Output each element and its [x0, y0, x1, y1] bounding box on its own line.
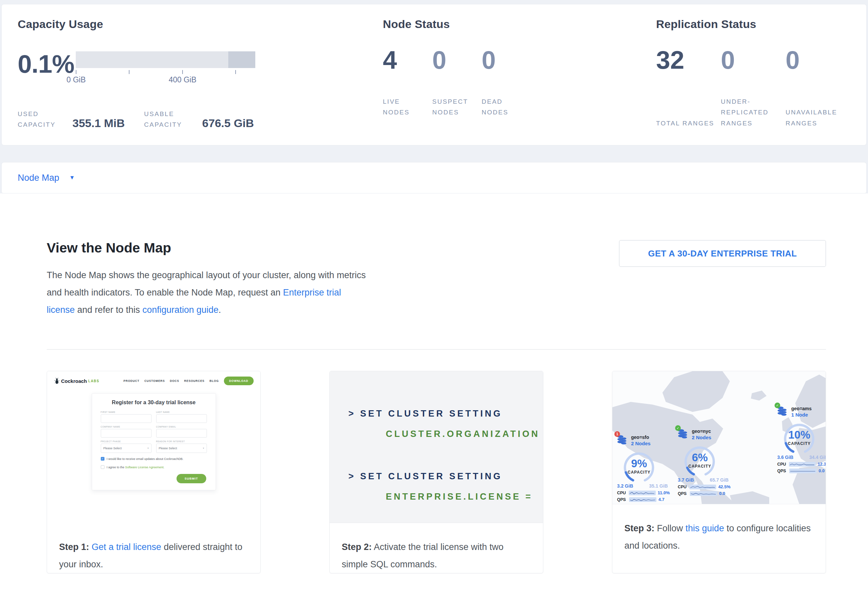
capacity-tick-0: 0 GiB	[66, 75, 86, 84]
suspect-nodes-count: 0	[432, 46, 481, 74]
node-map-dropdown[interactable]: Node Map	[18, 173, 59, 183]
cpu-sparkline	[689, 485, 716, 489]
replication-status-section: Replication Status 32 0 0 TOTAL RANGES U…	[656, 18, 850, 145]
usable-capacity-value: 676.5 GiB	[202, 117, 254, 130]
section-divider	[47, 349, 826, 350]
under-replicated-label: UNDER-REPLICATED RANGES	[721, 96, 781, 129]
cpu-sparkline	[629, 491, 655, 495]
step1-card: Cockroach LABS PRODUCT CUSTOMERS DOCS RE…	[47, 371, 261, 573]
last-name-field	[156, 414, 207, 423]
form-title: Register for a 30-day trial license	[101, 400, 207, 406]
company-email-field	[156, 429, 207, 438]
suspect-nodes-label: SUSPECT NODES	[432, 96, 475, 118]
live-nodes-count: 4	[383, 46, 432, 74]
cockroach-bug-icon	[55, 378, 59, 384]
usable-capacity-label: USABLE CAPACITY	[144, 109, 191, 130]
locality-node-count: 2 Nodes	[631, 441, 650, 446]
intro-paragraph: The Node Map shows the geographical layo…	[47, 266, 367, 318]
locality-node-count: 1 Node	[791, 412, 812, 418]
form-submit-button: SUBMIT	[177, 474, 206, 483]
node-map-preview: 1 geo=sfo 2 Nodes	[613, 371, 826, 504]
site-nav-blog: BLOG	[210, 379, 219, 383]
page-title: View the Node Map	[47, 240, 367, 256]
error-badge: 1	[614, 431, 620, 437]
step2-card: > SET CLUSTER SETTING CLUSTER.ORGANIZATI…	[329, 371, 543, 573]
trial-license-site-thumbnail: Cockroach LABS PRODUCT CUSTOMERS DOCS RE…	[47, 371, 260, 523]
email-updates-checkbox: ✓	[101, 457, 105, 461]
node-status-section: Node Status 4 0 0 LIVE NODES SUSPECT NOD…	[383, 18, 656, 145]
cluster-summary-panel: Capacity Usage 0.1% 0 GiB 400 Gi	[1, 4, 867, 146]
top-summary-area: Capacity Usage 0.1% 0 GiB 400 Gi	[0, 0, 868, 193]
get-trial-license-link[interactable]: Get a trial license	[92, 542, 161, 552]
step3-card: 1 geo=sfo 2 Nodes	[612, 371, 826, 573]
reason-select: Please Select▾	[156, 444, 207, 453]
capacity-axis-ticks	[76, 70, 255, 75]
replication-status-title: Replication Status	[656, 18, 850, 31]
healthy-badge: ✓	[675, 425, 681, 431]
live-nodes-label: LIVE NODES	[383, 96, 426, 118]
cpu-sparkline	[789, 462, 816, 466]
step1-caption: Step 1: Get a trial license delivered st…	[47, 523, 260, 573]
sql-arg-1: CLUSTER.ORGANIZATION =	[386, 429, 543, 439]
locality-name: geo=ams	[791, 406, 812, 411]
locality-widget-nyc: ✓ geo=nyc 2 Nodes	[678, 428, 731, 496]
unavailable-label: UNAVAILABLE RANGES	[785, 107, 846, 129]
healthy-badge: ✓	[775, 403, 780, 408]
step2-caption: Step 2: Activate the trial license with …	[330, 522, 543, 573]
sql-command-2: > SET CLUSTER SETTING	[348, 471, 543, 482]
sql-commands-figure: > SET CLUSTER SETTING CLUSTER.ORGANIZATI…	[330, 371, 543, 522]
dead-nodes-label: DEAD NODES	[481, 96, 525, 118]
this-guide-link[interactable]: this guide	[685, 523, 724, 533]
view-selector-bar: Node Map ▼	[1, 162, 867, 193]
software-license-link: Software License Agreement.	[125, 466, 164, 469]
used-capacity-label: USED CAPACITY	[18, 109, 61, 130]
site-nav-customers: CUSTOMERS	[145, 379, 165, 383]
node-map-promo-content: View the Node Map The Node Map shows the…	[0, 193, 868, 573]
capacity-percent: 0.1%	[18, 49, 74, 78]
first-name-field	[101, 414, 152, 423]
locality-widget-sfo: 1 geo=sfo 2 Nodes	[617, 434, 670, 502]
locality-name: geo=sfo	[631, 434, 650, 440]
qps-sparkline	[690, 491, 717, 496]
chevron-down-icon[interactable]: ▼	[69, 174, 75, 181]
total-ranges-count: 32	[656, 46, 721, 74]
capacity-tick-400: 400 GiB	[168, 75, 196, 84]
locality-name: geo=nyc	[692, 428, 711, 434]
site-nav-product: PRODUCT	[124, 379, 139, 383]
get-enterprise-trial-button[interactable]: GET A 30-DAY ENTERPRISE TRIAL	[619, 240, 826, 267]
sql-command-1: > SET CLUSTER SETTING	[348, 409, 543, 419]
site-nav-resources: RESOURCES	[184, 379, 205, 383]
license-agreement-checkbox	[101, 465, 105, 469]
capacity-gauge: 9% CAPACITY	[618, 449, 660, 483]
site-download-button: DOWNLOAD	[224, 377, 254, 385]
capacity-usage-title: Capacity Usage	[18, 18, 383, 31]
cockroach-labs-logo: Cockroach LABS	[55, 378, 99, 384]
capacity-gauge: 6% CAPACITY	[678, 443, 721, 477]
node-status-title: Node Status	[383, 18, 656, 31]
trial-registration-form: Register for a 30-day trial license FIRS…	[92, 393, 216, 490]
capacity-usage-section: Capacity Usage 0.1% 0 GiB 400 Gi	[18, 18, 383, 145]
total-ranges-label: TOTAL RANGES	[656, 118, 716, 129]
site-nav: PRODUCT CUSTOMERS DOCS RESOURCES BLOG DO…	[124, 377, 254, 385]
site-nav-docs: DOCS	[170, 379, 179, 383]
under-replicated-count: 0	[721, 46, 785, 74]
step3-caption: Step 3: Follow this guide to configure l…	[613, 504, 826, 573]
locality-widget-ams: ✓ geo=ams 1 Node	[777, 406, 826, 473]
capacity-bar: 0 GiB 400 GiB	[76, 52, 255, 85]
qps-sparkline	[789, 469, 816, 473]
capacity-bar-reserved-segment	[228, 52, 255, 68]
qps-sparkline	[629, 497, 657, 502]
sql-arg-2: ENTERPRISE.LICENSE =	[386, 491, 543, 502]
configuration-guide-link[interactable]: configuration guide	[143, 305, 218, 315]
locality-node-count: 2 Nodes	[692, 434, 711, 440]
capacity-gauge: 10% CAPACITY	[778, 421, 821, 454]
dead-nodes-count: 0	[481, 46, 531, 74]
used-capacity-value: 355.1 MiB	[72, 117, 125, 130]
unavailable-count: 0	[785, 46, 850, 74]
company-name-field	[101, 429, 152, 438]
capacity-bar-track	[76, 52, 255, 68]
project-phase-select: Please Select▾	[101, 444, 152, 453]
